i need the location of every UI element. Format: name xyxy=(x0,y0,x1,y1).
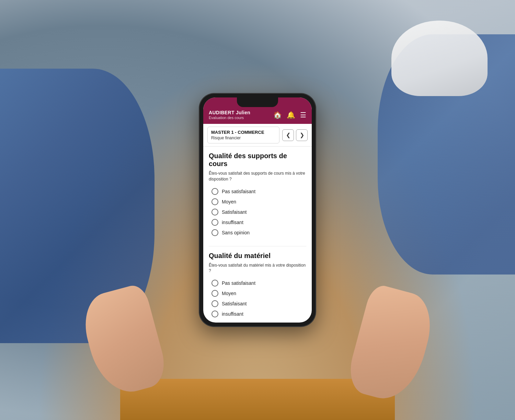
radio-1-3[interactable] xyxy=(211,209,218,215)
radio-2-1[interactable] xyxy=(211,280,218,287)
option-label-2-3: Satisfaisant xyxy=(222,301,247,306)
header-user-name: AUDIBERT Julien xyxy=(209,110,273,115)
option-1-5[interactable]: Sans opinion xyxy=(209,228,306,238)
option-1-3[interactable]: Satisfaisant xyxy=(209,207,306,217)
option-2-4[interactable]: insuffisant xyxy=(209,309,306,319)
phone-screen: AUDIBERT Julien Evaluation des cours 🏠 🔔… xyxy=(203,97,312,323)
header-subtitle: Evaluation des cours xyxy=(209,116,273,120)
header-icons: 🏠 🔔 ☰ xyxy=(273,112,306,118)
header-user-info: AUDIBERT Julien Evaluation des cours xyxy=(209,110,273,120)
option-1-4[interactable]: insuffisant xyxy=(209,217,306,228)
section-2-question: Êtes-vous satisfait du matériel mis à vo… xyxy=(209,262,306,274)
option-label-2-4: insuffisant xyxy=(222,311,243,317)
radio-2-4[interactable] xyxy=(211,311,218,317)
course-level: MASTER 1 - COMMERCE xyxy=(211,130,276,135)
shoe xyxy=(391,21,488,96)
phone-notch xyxy=(237,97,278,107)
section-1-title: Qualité des supports de cours xyxy=(209,152,306,168)
option-label-1-5: Sans opinion xyxy=(222,230,250,235)
next-course-button[interactable]: ❯ xyxy=(296,129,308,141)
option-2-3[interactable]: Satisfaisant xyxy=(209,299,306,309)
section-1-question: Êtes-vous satisfait des supports de cour… xyxy=(209,171,306,182)
section-1: Qualité des supports de cours Êtes-vous … xyxy=(209,152,306,238)
section-divider xyxy=(209,246,306,246)
radio-2-2[interactable] xyxy=(211,290,218,297)
phone-device: AUDIBERT Julien Evaluation des cours 🏠 🔔… xyxy=(199,93,316,327)
radio-1-5[interactable] xyxy=(211,229,218,236)
content-area: Qualité des supports de cours Êtes-vous … xyxy=(203,147,312,323)
course-name: Risque financier xyxy=(211,136,276,140)
menu-icon[interactable]: ☰ xyxy=(300,112,306,118)
course-selector: MASTER 1 - COMMERCE Risque financier ❮ ❯ xyxy=(203,124,312,147)
home-icon[interactable]: 🏠 xyxy=(273,112,282,118)
radio-2-3[interactable] xyxy=(211,300,218,307)
phone-wrapper: AUDIBERT Julien Evaluation des cours 🏠 🔔… xyxy=(199,93,316,327)
option-label-1-1: Pas satisfaisant xyxy=(222,189,255,194)
option-1-2[interactable]: Moyen xyxy=(209,197,306,207)
option-2-1[interactable]: Pas satisfaisant xyxy=(209,278,306,288)
option-label-2-2: Moyen xyxy=(222,291,236,296)
option-label-1-3: Satisfaisant xyxy=(222,209,247,215)
option-1-1[interactable]: Pas satisfaisant xyxy=(209,186,306,197)
radio-1-1[interactable] xyxy=(211,188,218,195)
section-2-title: Qualité du matériel xyxy=(209,252,306,260)
section-2: Qualité du matériel Êtes-vous satisfait … xyxy=(209,252,306,319)
option-label-2-1: Pas satisfaisant xyxy=(222,280,255,286)
option-label-1-4: insuffisant xyxy=(222,220,243,225)
radio-1-4[interactable] xyxy=(211,219,218,226)
option-label-1-2: Moyen xyxy=(222,199,236,205)
prev-course-button[interactable]: ❮ xyxy=(282,129,294,141)
option-2-2[interactable]: Moyen xyxy=(209,288,306,299)
bell-icon[interactable]: 🔔 xyxy=(287,112,295,118)
course-info: MASTER 1 - COMMERCE Risque financier xyxy=(207,127,279,143)
radio-1-2[interactable] xyxy=(211,198,218,205)
nav-arrows: ❮ ❯ xyxy=(282,129,308,141)
